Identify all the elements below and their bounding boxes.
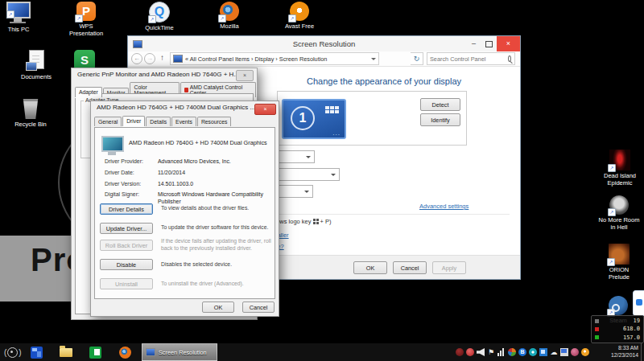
field-label: Driver Date:: [105, 170, 158, 177]
shortcut-arrow-icon: ↗: [218, 14, 226, 23]
tab-page: AMD Radeon HD 7640G + HD 7400M Dual Grap…: [94, 127, 275, 299]
sync-tray-icon[interactable]: [529, 348, 537, 356]
tab-label: General: [98, 119, 118, 125]
task-label: Screen Resolution: [159, 349, 207, 356]
taskbar-task-screen-resolution[interactable]: Screen Resolution: [142, 343, 217, 361]
computer-icon: ↗: [6, 2, 31, 18]
address-bar[interactable]: « All Control Panel Items › Display › Sc…: [170, 52, 379, 65]
action-center-icon[interactable]: ⚑: [487, 348, 495, 356]
chevron-down-icon[interactable]: [371, 58, 376, 63]
title-bar[interactable]: Screen Resolution – ×: [128, 36, 520, 51]
icon-label: QuickTime: [145, 24, 174, 31]
display-tray-icon[interactable]: [560, 348, 568, 356]
taskbar: () Screen Resolution ⚑ B ☁ 8:33 AM 12: [0, 343, 644, 361]
cancel-button[interactable]: Cancel: [242, 302, 275, 313]
start-button[interactable]: (): [4, 343, 22, 361]
steam-icon: ↗: [609, 296, 628, 315]
desktop-icon-dead-island[interactable]: ↗ Dead Island Epidemic: [599, 150, 641, 187]
stats-icon: [595, 319, 599, 323]
uninstall-button[interactable]: Uninstall: [100, 278, 153, 289]
up-icon[interactable]: ↑: [160, 53, 164, 62]
taskbar-app-blue[interactable]: [31, 343, 43, 361]
search-box[interactable]: [427, 52, 515, 65]
desktop-icon-orion[interactable]: ↗ ORION Prelude: [598, 244, 640, 281]
dialog-title: AMD Radeon HD 7640G + HD 7400M Dual Grap…: [97, 104, 255, 111]
teamviewer-edge-icon[interactable]: [633, 290, 644, 316]
taskbar-clock[interactable]: 8:33 AM 12/23/2014: [603, 343, 638, 361]
back-icon[interactable]: ←: [131, 53, 142, 64]
desktop-icon-documents[interactable]: Documents: [15, 50, 57, 80]
maximize-button[interactable]: [481, 36, 497, 51]
detect-button[interactable]: Detect: [420, 98, 460, 111]
desktop-icon-recycle-bin[interactable]: Recycle Bin: [10, 98, 52, 128]
avast-tray-icon[interactable]: [456, 348, 464, 356]
update-driver-button[interactable]: Update Driver...: [100, 223, 153, 234]
close-button[interactable]: ×: [254, 104, 276, 115]
maximize-icon: [485, 41, 493, 47]
network-icon[interactable]: [497, 348, 506, 356]
desktop-icon-quicktime[interactable]: ↗ QuickTime: [138, 2, 180, 31]
taskbar-file-explorer[interactable]: [60, 343, 72, 361]
catalyst-tray-icon[interactable]: [571, 348, 579, 356]
identify-button[interactable]: Identify: [420, 113, 460, 126]
cancel-button[interactable]: Cancel: [393, 261, 427, 274]
task-icon: [146, 348, 155, 356]
shortcut-arrow-icon: ↗: [608, 208, 616, 216]
search-icon[interactable]: [508, 55, 511, 62]
desktop-icon-this-pc[interactable]: ↗ This PC: [0, 2, 37, 33]
security-tray-icon[interactable]: [466, 348, 474, 356]
desktop-icon-avast[interactable]: ↗ Avast Free: [279, 2, 320, 30]
driver-details-button[interactable]: Driver Details: [100, 203, 153, 215]
close-button[interactable]: ×: [497, 36, 520, 51]
folder-icon: [60, 348, 72, 357]
tab-label: Driver: [126, 118, 141, 124]
minimize-button[interactable]: –: [466, 36, 481, 51]
refresh-icon[interactable]: ↻: [411, 52, 423, 65]
tab-events[interactable]: Events: [171, 117, 196, 126]
shortcut-arrow-icon: ↗: [148, 15, 156, 23]
icon-label: Avast Free: [285, 23, 314, 30]
disable-button[interactable]: Disable: [100, 259, 153, 270]
tab-details[interactable]: Details: [146, 117, 171, 126]
desktop-icon-mozilla[interactable]: ↗ Mozilla: [208, 2, 250, 30]
icon-label: ORION Prelude: [598, 266, 640, 281]
ok-button[interactable]: OK: [353, 261, 387, 274]
advanced-settings-link[interactable]: Advanced settings: [419, 203, 469, 210]
page-title: Change the appearance of your display: [307, 76, 461, 86]
forward-icon[interactable]: →: [144, 53, 155, 64]
start-orb-icon: [7, 347, 18, 358]
close-button[interactable]: ×: [236, 70, 254, 81]
search-input[interactable]: [427, 55, 508, 63]
orion-icon: ↗: [609, 244, 630, 265]
desktop-icon-nmrih[interactable]: ↗ No More Room in Hell: [597, 195, 642, 231]
desktop-icon-wps-presentation[interactable]: ↗ WPS Presentation: [65, 2, 107, 37]
field-label: Driver Provider:: [105, 158, 158, 166]
stat-value: 157.0: [623, 334, 640, 341]
fps-value: 19: [634, 318, 640, 324]
tab-driver[interactable]: Driver: [122, 116, 145, 126]
taskbar-firefox[interactable]: [119, 343, 131, 361]
avast-icon: ↗: [290, 2, 309, 21]
tab-label: Resources: [201, 119, 228, 125]
roll-back-driver-button[interactable]: Roll Back Driver: [100, 240, 153, 251]
breadcrumb[interactable]: « All Control Panel Items › Display › Sc…: [185, 55, 327, 63]
dialog-title: Generic PnP Monitor and AMD Radeon HD 76…: [77, 71, 239, 78]
stat-value: 618.0: [623, 326, 640, 332]
updater-tray-icon[interactable]: [581, 348, 589, 356]
tab-general[interactable]: General: [94, 117, 122, 126]
tab-resources[interactable]: Resources: [197, 117, 232, 126]
messaging-tray-icon[interactable]: [539, 348, 547, 356]
button-description: If the device fails after updating the d…: [161, 238, 272, 252]
onedrive-icon[interactable]: ☁: [550, 348, 558, 356]
monitor-preview[interactable]: 1 ...: [282, 99, 346, 139]
field-value: Advanced Micro Devices, Inc.: [158, 158, 270, 166]
gaming-app-tray-icon[interactable]: [508, 348, 516, 356]
volume-icon[interactable]: [477, 348, 485, 356]
apply-button[interactable]: Apply: [432, 261, 466, 274]
tab-adapter[interactable]: Adapter: [75, 87, 102, 97]
taskbar-app-green[interactable]: [89, 343, 101, 361]
bluetooth-icon[interactable]: B: [518, 348, 526, 356]
ok-button[interactable]: OK: [202, 302, 234, 313]
show-desktop-button[interactable]: [641, 343, 644, 361]
tab-label: Events: [175, 119, 192, 125]
